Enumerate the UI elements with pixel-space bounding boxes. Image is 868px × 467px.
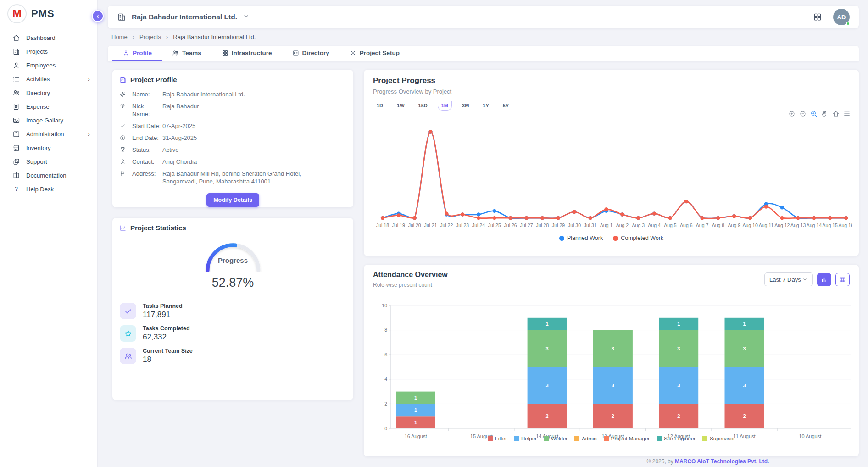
legend-item[interactable]: Fitter [488, 436, 507, 441]
building-icon [12, 48, 20, 56]
chevron-down-icon [802, 277, 808, 283]
sidebar-item-directory[interactable]: Directory [0, 86, 97, 100]
svg-text:Aug 13: Aug 13 [790, 222, 806, 228]
range-1d[interactable]: 1D [373, 101, 387, 111]
bar-view-button[interactable] [817, 273, 831, 286]
copy-icon [12, 158, 20, 166]
modify-details-button[interactable]: Modify Details [206, 193, 259, 207]
svg-text:2: 2 [677, 413, 680, 419]
sidebar-item-support[interactable]: Support [0, 155, 97, 168]
selection-zoom-icon[interactable] [810, 110, 818, 117]
tab-infrastructure[interactable]: Infrastructure [211, 46, 282, 61]
page: M PMS Dashboard Projects Employees Activ… [0, 0, 868, 467]
range-1y[interactable]: 1Y [479, 101, 492, 111]
svg-text:Jul 26: Jul 26 [504, 222, 517, 228]
people-icon [120, 348, 136, 364]
pan-hand-icon[interactable] [821, 110, 829, 117]
sidebar-item-administration[interactable]: Administration › [0, 127, 97, 141]
range-1m[interactable]: 1M [438, 101, 452, 111]
stat-team-size: Current Team Size 18 [120, 348, 346, 364]
svg-text:3: 3 [612, 346, 614, 351]
tab-project-setup[interactable]: Project Setup [339, 46, 410, 61]
range-1w[interactable]: 1W [393, 101, 408, 111]
svg-text:2: 2 [384, 401, 387, 406]
chevron-right-icon: › [166, 33, 168, 40]
tab-directory[interactable]: Directory [282, 46, 339, 61]
zoom-out-icon[interactable] [799, 110, 807, 117]
progress-line-chart[interactable]: Jul 18Jul 19Jul 20Jul 21Jul 22Jul 23Jul … [371, 120, 852, 230]
svg-text:1: 1 [414, 407, 417, 413]
tab-profile[interactable]: Profile [112, 46, 162, 61]
home-reset-icon[interactable] [832, 110, 840, 117]
svg-text:1: 1 [414, 395, 417, 400]
sidebar-item-expense[interactable]: Expense [0, 100, 97, 113]
tab-bar: Profile Teams Infrastructure Directory P… [108, 46, 859, 61]
sidebar-item-employees[interactable]: Employees [0, 58, 97, 72]
svg-text:2: 2 [612, 413, 614, 419]
legend-item[interactable]: Completed Work [613, 235, 663, 241]
stat-tasks-completed: Tasks Completed 62,332 [120, 325, 346, 342]
gauge-value: 52.87% [119, 276, 346, 290]
range-5y[interactable]: 5Y [499, 101, 512, 111]
logo-text: PMS [31, 8, 55, 20]
profile-fields: Name: Raja Bahadur International Ltd. Ni… [119, 90, 346, 185]
legend-item[interactable]: Admin [574, 436, 597, 441]
svg-text:Aug 15: Aug 15 [823, 222, 838, 228]
svg-text:Jul 27: Jul 27 [520, 222, 533, 228]
breadcrumb-home[interactable]: Home [111, 33, 128, 40]
tab-teams[interactable]: Teams [162, 46, 211, 61]
legend-item[interactable]: Project Manager [604, 436, 650, 441]
check-icon [120, 303, 136, 319]
legend-item[interactable]: Helper [514, 436, 537, 441]
footer-company-link[interactable]: MARCO AIoT Technologies Pvt. Ltd. [675, 458, 769, 465]
legend-item[interactable]: Supervisor [702, 436, 735, 441]
svg-text:Jul 22: Jul 22 [440, 222, 453, 228]
online-status-dot [846, 22, 850, 26]
svg-text:Jul 29: Jul 29 [552, 222, 565, 228]
sidebar-collapse-button[interactable]: ‹ [92, 10, 104, 22]
range-15d[interactable]: 15D [415, 101, 431, 111]
svg-text:Jul 18: Jul 18 [376, 222, 389, 228]
svg-text:3: 3 [546, 346, 549, 351]
field-status: Status: Active [119, 146, 346, 154]
chevron-right-icon: › [88, 131, 90, 137]
range-selector: 1D 1W 15D 1M 3M 1Y 5Y [373, 101, 850, 111]
sidebar-item-help-desk[interactable]: ? Help Desk [0, 182, 97, 196]
archive-icon [12, 130, 20, 138]
svg-text:3: 3 [677, 346, 680, 351]
bar-chart-icon [821, 276, 828, 283]
apps-grid-icon[interactable] [813, 12, 822, 22]
company-selector[interactable]: Raja Bahadur International Ltd. [117, 12, 250, 22]
sidebar-item-documentation[interactable]: Documentation [0, 168, 97, 182]
table-view-button[interactable] [835, 273, 850, 286]
field-address: Address: Raja Bahadur Mill Rd, behind Sh… [119, 170, 346, 185]
app-logo[interactable]: M PMS [0, 0, 97, 31]
people-icon [12, 89, 20, 97]
sidebar-item-dashboard[interactable]: Dashboard [0, 31, 97, 44]
svg-text:3: 3 [677, 383, 680, 388]
svg-text:Jul 24: Jul 24 [472, 222, 485, 228]
days-filter-select[interactable]: Last 7 Days [764, 272, 813, 286]
user-avatar[interactable]: AD [833, 9, 850, 25]
svg-text:Aug 8: Aug 8 [712, 222, 725, 228]
range-3m[interactable]: 3M [458, 101, 473, 111]
svg-text:1: 1 [677, 321, 680, 327]
svg-text:Aug 1: Aug 1 [600, 222, 613, 228]
svg-text:Jul 20: Jul 20 [408, 222, 421, 228]
svg-text:Jul 30: Jul 30 [568, 222, 581, 228]
image-icon [12, 117, 20, 124]
attendance-bar-chart[interactable]: 024681011116 August15 August233114 Augus… [375, 292, 852, 446]
sidebar-item-projects[interactable]: Projects [0, 44, 97, 58]
sidebar-item-inventory[interactable]: Inventory [0, 141, 97, 155]
legend-item[interactable]: Welder [544, 436, 568, 441]
list-icon [12, 75, 20, 83]
sidebar-item-image-gallery[interactable]: Image Gallary [0, 113, 97, 127]
sidebar-item-activities[interactable]: Activities › [0, 72, 97, 86]
breadcrumb-projects[interactable]: Projects [139, 33, 161, 40]
menu-icon[interactable] [843, 110, 851, 117]
legend-item[interactable]: Site Engineer [657, 436, 696, 441]
svg-text:Aug 10: Aug 10 [742, 222, 757, 228]
zoom-in-icon[interactable] [788, 110, 796, 117]
company-name: Raja Bahadur International Ltd. [132, 13, 237, 21]
legend-item[interactable]: Planned Work [559, 235, 603, 241]
